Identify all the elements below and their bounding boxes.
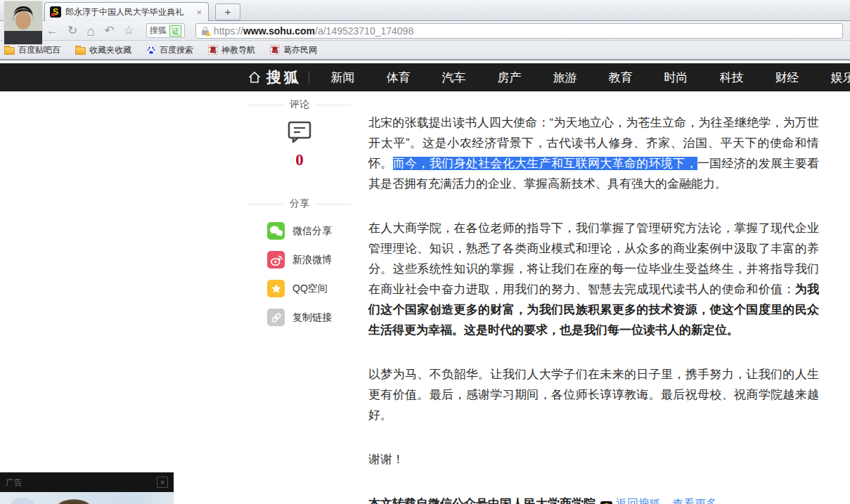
nav-item-fashion[interactable]: 时尚: [648, 70, 704, 86]
nav-item-auto[interactable]: 汽车: [426, 70, 482, 86]
url-scheme: https://: [214, 25, 243, 37]
avatar-portrait: [4, 1, 42, 44]
new-tab-button[interactable]: +: [215, 4, 240, 20]
refresh-icon[interactable]: ↻: [67, 25, 77, 37]
selected-text: 而今，我们身处社会化大生产和互联网大革命的环境下，: [393, 157, 697, 170]
sohu-favicon: S: [600, 501, 612, 504]
paragraph-text: 在人大商学院，在各位老师的指导下，我们掌握了管理研究方法论，掌握了现代企业管理理…: [368, 221, 819, 296]
bookmark-label: 葛亦民网: [283, 44, 317, 56]
article-paragraph-3: 以梦为马、不负韶华。让我们人大学子们在未来的日子里，携手努力，让我们的人生更有价…: [368, 364, 819, 425]
sohu-nav-bar: 搜狐 新闻 体育 汽车 房产 旅游 教育 时尚 科技 财经 娱乐: [0, 63, 850, 91]
page-content: 搜狐 新闻 体育 汽车 房产 旅游 教育 时尚 科技 财经 娱乐 评论 0 分享: [0, 62, 850, 504]
nav-item-finance[interactable]: 财经: [759, 70, 815, 86]
bookmarks-bar: 百度贴吧百 收藏夹收藏 百度搜索 葛 神教导航 葛 葛亦民网: [0, 41, 850, 60]
share-label: 复制链接: [292, 311, 332, 324]
bookmark-star-icon[interactable]: ☆: [124, 25, 134, 37]
share-label: 微信分享: [292, 225, 332, 238]
tab-bar: S 郎永淳于中国人民大学毕业典礼 × +: [0, 0, 850, 21]
bookmark-label: 神教导航: [221, 44, 255, 56]
bookmark-geyimin-site[interactable]: 葛 葛亦民网: [270, 44, 317, 56]
undo-icon[interactable]: ↶: [104, 25, 114, 37]
nav-item-news[interactable]: 新闻: [315, 70, 371, 86]
badge-site-name: 搜狐: [150, 25, 167, 37]
url-text: https://www.sohu.com/a/149523710_174098: [214, 25, 413, 37]
ge-character-icon: 葛: [270, 45, 280, 55]
share-weibo[interactable]: 新浪微博: [267, 251, 352, 269]
site-verification-badge[interactable]: 搜狐 证: [146, 23, 185, 38]
nav-item-entertainment[interactable]: 娱乐: [815, 70, 850, 86]
nav-item-sports[interactable]: 体育: [371, 70, 426, 86]
share-qzone[interactable]: QQ空间: [267, 280, 352, 297]
article-paragraph-4: 谢谢！: [368, 449, 819, 470]
nav-item-education[interactable]: 教育: [593, 70, 648, 86]
share-label: 新浪微博: [292, 254, 332, 266]
sohu-logo[interactable]: 搜狐: [247, 67, 302, 87]
folder-icon: [75, 47, 86, 55]
comments-count[interactable]: 0: [247, 151, 352, 169]
lock-icon: [201, 27, 210, 35]
url-host: www.sohu.com: [243, 25, 315, 37]
nav-item-travel[interactable]: 旅游: [537, 70, 593, 86]
browser-tab[interactable]: S 郎永淳于中国人民大学毕业典礼 ×: [44, 2, 209, 21]
bookmark-shenjiao-nav[interactable]: 葛 神教导航: [208, 44, 255, 56]
comments-button[interactable]: [247, 120, 352, 146]
tab-close-icon[interactable]: ×: [195, 7, 203, 18]
comment-bubble-icon: [287, 120, 312, 143]
back-icon[interactable]: ←: [46, 25, 58, 37]
article-body: 北宋的张载提出读书人四大使命：“为天地立心，为苍生立命，为往圣继绝学，为万世开太…: [368, 112, 819, 504]
nav-divider: [309, 71, 309, 84]
tab-title: 郎永淳于中国人民大学毕业典礼: [65, 6, 191, 18]
badge-cert-label: 证: [169, 25, 181, 37]
baidu-paw-icon: [146, 45, 156, 55]
ad-label: 广告: [6, 477, 22, 489]
ad-bar: 广告 ×: [0, 472, 174, 492]
home-icon[interactable]: ⌂: [86, 24, 95, 38]
share-list: 微信分享 新浪微博: [247, 222, 352, 326]
nav-item-realestate[interactable]: 房产: [482, 70, 537, 86]
sohu-logo-text: 搜狐: [266, 67, 302, 87]
bookmark-baidu-tieba[interactable]: 百度贴吧百: [4, 44, 60, 56]
article-sidebar: 评论 0 分享 微信分享: [247, 98, 352, 337]
share-header: 分享: [247, 198, 352, 210]
sohu-favicon: S: [50, 6, 61, 18]
bookmark-baidu-search[interactable]: 百度搜索: [146, 44, 193, 56]
share-label: QQ空间: [292, 283, 328, 295]
wechat-icon: [267, 222, 285, 240]
ge-character-icon: 葛: [208, 45, 218, 55]
share-copy-link[interactable]: 复制链接: [267, 309, 352, 326]
user-avatar[interactable]: [4, 1, 43, 45]
home-outline-icon: [247, 70, 262, 84]
qzone-star-icon: [267, 280, 285, 297]
folder-icon: [4, 47, 15, 55]
footer-source-text: 本文转载自微信公众号中国人民大学商学院: [368, 497, 595, 504]
article-paragraph-2: 在人大商学院，在各位老师的指导下，我们掌握了管理研究方法论，掌握了现代企业管理理…: [368, 218, 819, 340]
bookmark-label: 百度搜索: [160, 44, 193, 56]
ad-close-icon[interactable]: ×: [157, 477, 168, 488]
weibo-icon: [267, 251, 285, 269]
share-wechat[interactable]: 微信分享: [267, 222, 352, 240]
ad-image[interactable]: [0, 492, 174, 504]
article-footer: 本文转载自微信公众号中国人民大学商学院S返回搜狐，查看更多: [368, 493, 819, 504]
comments-header: 评论: [247, 98, 352, 111]
ad-banner: 广告 ×: [0, 472, 174, 504]
address-bar[interactable]: https://www.sohu.com/a/149523710_174098: [195, 23, 843, 39]
url-path: /a/149523710_174098: [315, 25, 413, 37]
link-icon: [267, 309, 285, 326]
article-paragraph-1: 北宋的张载提出读书人四大使命：“为天地立心，为苍生立命，为往圣继绝学，为万世开太…: [368, 112, 819, 194]
bookmark-favorites[interactable]: 收藏夹收藏: [75, 44, 131, 56]
nav-item-tech[interactable]: 科技: [704, 70, 759, 86]
back-to-sohu-link[interactable]: 返回搜狐，查看更多: [616, 498, 717, 504]
bookmark-label: 百度贴吧百: [18, 44, 60, 56]
browser-toolbar: ← ↻ ⌂ ↶ ☆ 搜狐 证 https://www.sohu.com/a/14…: [0, 21, 850, 41]
bookmark-label: 收藏夹收藏: [89, 44, 131, 56]
